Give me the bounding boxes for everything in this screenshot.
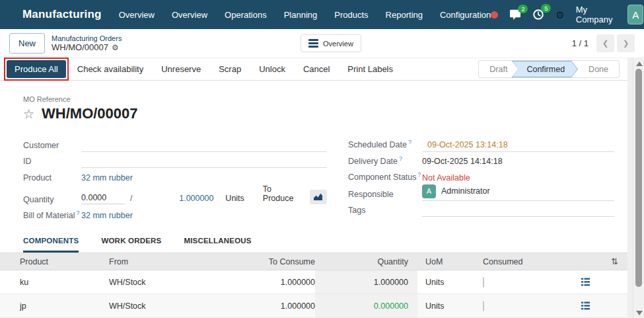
header-uom[interactable]: UoM [417,257,480,266]
row-uom[interactable]: Units [417,301,480,311]
pager-next-button[interactable]: ❯ [617,34,635,52]
menu-planning[interactable]: Planning [284,10,318,20]
action-bar: Produce All Check availability Unreserve… [0,58,627,81]
overview-button-label: Overview [323,40,353,48]
consumed-checkbox[interactable] [483,301,484,311]
product-link[interactable]: 32 mm rubber [81,173,327,184]
breadcrumb-parent[interactable]: Manufacturing Orders [52,34,122,42]
header-consumed[interactable]: Consumed [480,257,573,266]
vertical-scrollbar[interactable] [633,58,644,318]
top-navbar: Manufacturing Overview Overview Operatio… [0,0,644,29]
cancel-button[interactable]: Cancel [297,60,336,78]
bom-help-marker: ? [77,210,80,216]
company-name[interactable]: My Company [576,5,616,24]
tags-field[interactable] [422,214,614,217]
form-right-column: Scheduled Date? 09-Oct-2025 13:14:18 Del… [348,136,614,222]
status-draft[interactable]: Draft [479,61,518,77]
forecast-chart-button[interactable] [310,190,327,204]
menu-overview-1[interactable]: Overview [119,10,155,20]
menu-products[interactable]: Products [334,10,368,20]
row-quantity[interactable]: 1.000000 [315,270,417,294]
overview-view-button[interactable]: Overview [301,34,361,52]
tags-label: Tags [348,206,422,217]
components-table: Product From To Consume Quantity UoM Con… [0,253,627,318]
component-status-help-marker: ? [418,171,421,178]
status-confirmed[interactable]: Confirmed [511,61,578,77]
consumed-checkbox[interactable] [483,277,484,288]
notebook-tabs: COMPONENTS WORK ORDERS MISCELLANEOUS [23,237,614,253]
status-dot-icon[interactable] [491,11,498,19]
table-row[interactable]: jp WH/Stock 1.000000 0.000000 Units [0,294,627,318]
favorite-star-icon[interactable]: ☆ [23,106,34,122]
row-product[interactable]: jp [0,301,109,311]
menu-configuration[interactable]: Configuration [440,10,491,20]
menu-operations[interactable]: Operations [225,10,267,20]
print-labels-button[interactable]: Print Labels [341,60,400,78]
row-from[interactable]: WH/Stock [109,301,228,311]
apps-menu-icon[interactable] [9,7,12,22]
row-to-consume[interactable]: 1.000000 [228,301,315,311]
quantity-separator: / [130,194,132,203]
pager-previous-button[interactable]: ❮ [596,34,614,52]
to-produce-label: To Produce [263,184,303,204]
component-status-value: Not Available [422,173,614,184]
produce-all-button[interactable]: Produce All [7,60,66,78]
activities-icon[interactable]: 5 [532,9,544,20]
delivery-date-label: Delivery Date? [348,155,422,168]
messages-icon[interactable]: 2 [509,9,521,20]
unlock-button[interactable]: Unlock [252,60,292,78]
header-from[interactable]: From [109,257,228,266]
bom-link[interactable]: 32 mm rubber [81,211,327,222]
breadcrumb-current: WH/MO/00007 [52,42,108,52]
quantity-total[interactable]: 1.000000 [156,194,213,204]
unreserve-button[interactable]: Unreserve [155,60,207,78]
tab-miscellaneous[interactable]: MISCELLANEOUS [184,237,251,253]
responsible-avatar: A [422,184,436,198]
row-uom[interactable]: Units [417,278,480,287]
record-actions-gear-icon[interactable]: ⚙ [112,43,119,52]
record-sheet: MO Reference ☆ WH/MO/00007 Customer ID [0,81,627,253]
move-details-list-icon[interactable] [581,301,590,311]
header-to-consume[interactable]: To Consume [228,257,315,266]
mo-reference-label: MO Reference [23,95,614,103]
check-availability-button[interactable]: Check availability [71,60,150,78]
row-from[interactable]: WH/Stock [109,278,228,287]
responsible-label: Responsible [348,190,422,201]
status-done[interactable]: Done [578,61,619,77]
scroll-down-arrow-icon[interactable] [636,311,643,315]
menu-reporting[interactable]: Reporting [386,10,423,20]
menu-overview-2[interactable]: Overview [172,10,207,20]
scroll-up-arrow-icon[interactable] [636,61,643,66]
quantity-input[interactable] [81,193,125,204]
responsible-field[interactable]: A Administrator [422,184,614,201]
tab-components[interactable]: COMPONENTS [23,237,79,253]
customer-field[interactable] [81,149,327,152]
activities-badge: 5 [541,4,551,13]
scheduled-date-label: Scheduled Date? [348,139,422,151]
tab-work-orders[interactable]: WORK ORDERS [101,237,161,253]
scrollbar-thumb[interactable] [635,69,642,287]
header-quantity[interactable]: Quantity [315,253,417,270]
control-panel: New Manufacturing Orders WH/MO/00007 ⚙ O… [0,29,644,58]
scheduled-date-field[interactable]: 09-Oct-2025 13:14:18 [422,140,614,152]
product-label: Product [23,173,81,184]
header-product[interactable]: Product [0,257,109,266]
scrap-button[interactable]: Scrap [212,60,248,78]
table-row[interactable]: ku WH/Stock 1.000000 1.000000 Units [0,270,627,294]
id-field[interactable] [81,165,327,168]
row-to-consume[interactable]: 1.000000 [228,278,315,287]
column-options-icon[interactable]: ⇅ [611,257,618,266]
breadcrumb: Manufacturing Orders WH/MO/00007 ⚙ [52,34,122,52]
row-quantity[interactable]: 0.000000 [315,294,417,317]
responsible-value[interactable]: Administrator [441,186,490,196]
delivery-date-value: 09-Oct-2025 14:14:18 [422,157,614,168]
user-avatar[interactable]: A [627,5,643,24]
move-details-list-icon[interactable] [581,277,590,287]
settings-gears-icon[interactable]: ⚙ [555,10,564,20]
scheduled-date-help-marker: ? [408,139,411,145]
row-product[interactable]: ku [0,278,109,287]
new-button[interactable]: New [9,33,45,54]
app-name[interactable]: Manufacturing [22,8,102,21]
main-menu: Overview Overview Operations Planning Pr… [119,10,491,20]
mo-reference-title: WH/MO/00007 [42,105,138,122]
